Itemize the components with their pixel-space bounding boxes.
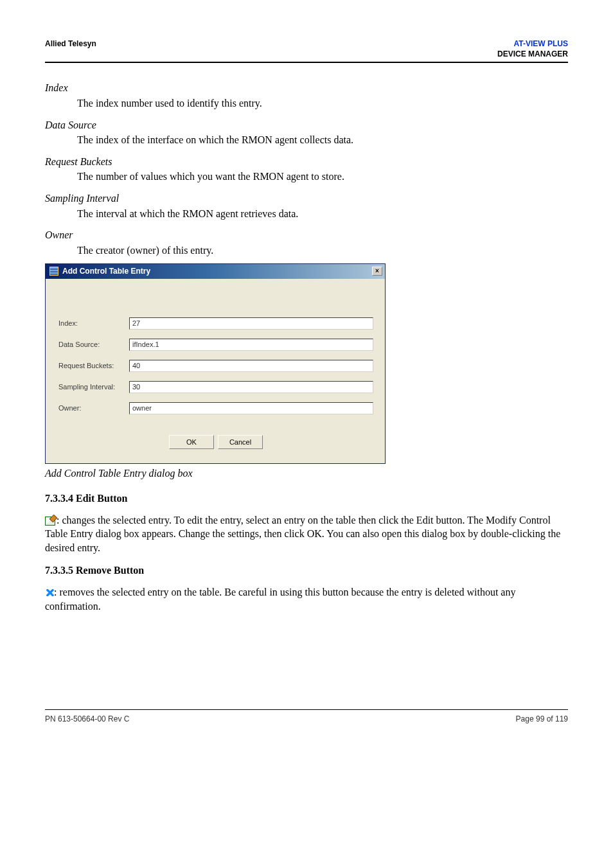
desc-data-source: The index of the interface on which the … xyxy=(77,133,568,147)
term-request-buckets: Request Buckets xyxy=(45,155,568,169)
edit-body: : changes the selected entry. To edit th… xyxy=(45,515,560,553)
input-sampling-interval[interactable] xyxy=(129,381,373,393)
desc-owner: The creator (owner) of this entry. xyxy=(77,244,568,258)
heading-edit-button: 7.3.3.4 Edit Button xyxy=(45,492,568,506)
term-data-source: Data Source xyxy=(45,118,568,132)
add-control-table-entry-dialog: Add Control Table Entry × Index: Data So… xyxy=(45,263,386,463)
ok-button[interactable]: OK xyxy=(169,435,214,449)
dialog-title: Add Control Table Entry xyxy=(62,266,150,276)
remove-icon: ✕ xyxy=(45,589,54,598)
field-row-owner: Owner: xyxy=(58,402,373,414)
app-icon xyxy=(49,267,58,276)
label-data-source: Data Source: xyxy=(58,340,129,350)
desc-request-buckets: The number of values which you want the … xyxy=(77,170,568,184)
dialog-titlebar: Add Control Table Entry × xyxy=(46,264,385,278)
desc-sampling-interval: The interval at which the RMON agent ret… xyxy=(77,207,568,221)
dialog-body: Index: Data Source: Request Buckets: Sam… xyxy=(46,279,385,463)
input-data-source[interactable] xyxy=(129,339,373,351)
label-owner: Owner: xyxy=(58,403,129,413)
term-owner: Owner xyxy=(45,228,568,242)
desc-index: The index number used to identify this e… xyxy=(77,96,568,111)
header-product: AT-VIEW PLUS xyxy=(497,39,568,49)
header-right: AT-VIEW PLUS DEVICE MANAGER xyxy=(497,39,568,59)
label-sampling-interval: Sampling Interval: xyxy=(58,382,129,392)
remove-body: : removes the selected entry on the tabl… xyxy=(45,587,515,612)
label-request-buckets: Request Buckets: xyxy=(58,361,129,371)
dialog-button-row: OK Cancel xyxy=(58,423,373,454)
page-header: Allied Telesyn AT-VIEW PLUS DEVICE MANAG… xyxy=(45,39,568,63)
header-left: Allied Telesyn xyxy=(45,39,96,49)
input-index[interactable] xyxy=(129,317,373,330)
footer-right: Page 99 of 119 xyxy=(516,714,568,724)
close-icon[interactable]: × xyxy=(372,267,382,276)
field-row-sampling-interval: Sampling Interval: xyxy=(58,381,373,393)
cancel-button[interactable]: Cancel xyxy=(218,435,263,449)
dialog-caption: Add Control Table Entry dialog box xyxy=(45,466,568,481)
field-row-data-source: Data Source: xyxy=(58,339,373,351)
label-index: Index: xyxy=(58,319,129,328)
input-owner[interactable] xyxy=(129,402,373,414)
paragraph-edit-button: : changes the selected entry. To edit th… xyxy=(45,513,568,555)
heading-remove-button: 7.3.3.5 Remove Button xyxy=(45,563,568,578)
term-sampling-interval: Sampling Interval xyxy=(45,191,568,206)
input-request-buckets[interactable] xyxy=(129,360,373,372)
term-index: Index xyxy=(45,81,568,95)
footer-left: PN 613-50664-00 Rev C xyxy=(45,714,129,724)
page-footer: PN 613-50664-00 Rev C Page 99 of 119 xyxy=(45,709,568,724)
field-row-index: Index: xyxy=(58,317,373,330)
header-module: DEVICE MANAGER xyxy=(497,49,568,59)
edit-icon xyxy=(45,517,55,526)
field-row-request-buckets: Request Buckets: xyxy=(58,360,373,372)
paragraph-remove-button: ✕: removes the selected entry on the tab… xyxy=(45,585,568,613)
